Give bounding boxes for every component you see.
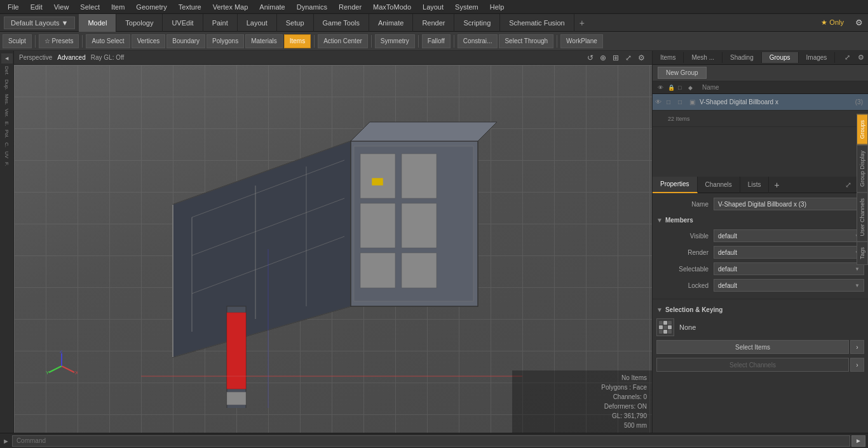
new-group-button[interactable]: New Group — [658, 67, 707, 79]
settings-button[interactable]: ⚙ — [850, 16, 868, 29]
cmd-go-button[interactable]: ► — [851, 435, 865, 447]
sculpt-button[interactable]: Sculpt — [3, 34, 32, 48]
tab-animate[interactable]: Animate — [369, 14, 413, 32]
polygons-button[interactable]: Polygons — [207, 34, 244, 48]
scene-tab-images[interactable]: Images — [799, 52, 836, 63]
menu-maxtomodo[interactable]: MaxToModo — [368, 2, 416, 12]
sidebar-item-uv[interactable]: UV — [4, 151, 10, 158]
tab-setup[interactable]: Setup — [277, 14, 314, 32]
viewport-ctrl-rotate[interactable]: ↺ — [585, 53, 595, 62]
render-icon[interactable]: □ — [678, 98, 688, 105]
viewport-canvas[interactable]: X Y Z No Items Polygons : Face Channels:… — [14, 65, 652, 433]
viewport-ctrl-pan[interactable]: ⊞ — [611, 53, 621, 62]
menu-dynamics[interactable]: Dynamics — [292, 2, 332, 12]
sidebar-item-edge[interactable]: E. — [4, 121, 10, 126]
command-input[interactable] — [12, 435, 850, 447]
action-center-button[interactable]: Action Center — [318, 34, 368, 48]
tab-paint[interactable]: Paint — [203, 14, 238, 32]
key-icon-block[interactable] — [656, 318, 674, 336]
viewport-perspective[interactable]: Perspective — [19, 54, 52, 61]
tab-uvedit[interactable]: UVEdit — [163, 14, 203, 32]
materials-button[interactable]: Materials — [245, 34, 283, 48]
sidebar-item-default[interactable]: Def. — [4, 66, 10, 76]
props-tab-properties[interactable]: Properties — [653, 177, 698, 193]
edge-tab-groups[interactable]: Groups — [857, 114, 868, 145]
menu-layout[interactable]: Layout — [417, 2, 449, 12]
sel-key-toggle[interactable]: ▼ — [656, 306, 663, 313]
menu-edit[interactable]: Edit — [25, 2, 48, 12]
tab-game-tools[interactable]: Game Tools — [314, 14, 370, 32]
viewport-ray-gl[interactable]: Ray GL: Off — [91, 54, 125, 61]
tab-settings-icon[interactable]: ⚙ — [854, 51, 868, 64]
menu-system[interactable]: System — [450, 2, 484, 12]
prop-selectable-select[interactable]: default — [714, 262, 864, 275]
sidebar-item-polygon[interactable]: Pol. — [4, 130, 10, 139]
menu-geometry[interactable]: Geometry — [131, 2, 172, 12]
select-items-button[interactable]: Select Items — [656, 340, 849, 354]
props-tab-channels[interactable]: Channels — [698, 177, 740, 193]
star-only[interactable]: ★ Only — [815, 17, 850, 29]
menu-item[interactable]: Item — [106, 2, 130, 12]
lock-icon[interactable]: □ — [667, 98, 677, 105]
menu-view[interactable]: View — [49, 2, 74, 12]
tab-expand-icon[interactable]: ⤢ — [841, 51, 854, 64]
tab-render[interactable]: Render — [413, 14, 454, 32]
menu-render[interactable]: Render — [334, 2, 367, 12]
cmd-arrow-left[interactable]: ► — [3, 437, 10, 445]
presets-button[interactable]: ☆ Presets — [39, 34, 79, 48]
layout-dropdown[interactable]: Default Layouts ▼ — [4, 17, 75, 29]
edge-tab-tags[interactable]: Tags — [857, 241, 868, 265]
tab-layout[interactable]: Layout — [238, 14, 277, 32]
tab-scripting[interactable]: Scripting — [454, 14, 500, 32]
sidebar-item-vertex[interactable]: Ver. — [4, 109, 10, 118]
menu-animate[interactable]: Animate — [254, 2, 290, 12]
select-channels-button[interactable]: Select Channels — [656, 358, 849, 372]
select-through-button[interactable]: Select Through — [499, 34, 553, 48]
edge-tab-group-display[interactable]: Group Display — [857, 145, 868, 193]
sidebar-item-final[interactable]: F. — [4, 162, 10, 166]
viewport-ctrl-settings[interactable]: ⚙ — [636, 53, 647, 62]
viewport-ctrl-expand[interactable]: ⤢ — [623, 53, 634, 62]
prop-locked-select[interactable]: default — [714, 279, 864, 292]
props-tab-lists[interactable]: Lists — [740, 177, 770, 193]
items-button[interactable]: Items — [284, 34, 311, 48]
sidebar-collapse[interactable]: ◀ — [1, 53, 13, 64]
symmetry-button[interactable]: Symmetry — [375, 34, 415, 48]
viewport[interactable]: Perspective Advanced Ray GL: Off ↺ ⊕ ⊞ ⤢… — [14, 51, 652, 433]
scene-tab-groups[interactable]: Groups — [762, 52, 799, 63]
prop-name-value[interactable]: V-Shaped Digital Billboard x (3) — [714, 198, 864, 210]
constrain-button[interactable]: Constrai... — [458, 34, 498, 48]
select-items-arrow[interactable]: › — [850, 340, 864, 354]
prop-render-select[interactable]: default — [714, 246, 864, 259]
vertices-button[interactable]: Vertices — [132, 34, 166, 48]
auto-select-button[interactable]: Auto Select — [86, 34, 130, 48]
falloff-button[interactable]: Falloff — [422, 34, 451, 48]
boundary-button[interactable]: Boundary — [166, 34, 205, 48]
eye-icon[interactable]: 👁 — [655, 98, 665, 105]
menu-texture[interactable]: Texture — [173, 2, 207, 12]
tab-add-button[interactable]: + — [574, 15, 590, 31]
scene-tab-mesh[interactable]: Mesh ... — [684, 52, 722, 63]
prop-visible-select[interactable]: default — [714, 229, 864, 242]
sidebar-item-curve[interactable]: C. — [4, 142, 10, 147]
scene-item-billboard[interactable]: 👁 □ □ ▣ V-Shaped Digital Billboard x (3) — [653, 94, 868, 111]
viewport-ctrl-zoom[interactable]: ⊕ — [598, 53, 608, 62]
props-expand-icon[interactable]: ⤢ — [843, 180, 853, 189]
props-tab-add[interactable]: + — [769, 178, 784, 192]
menu-file[interactable]: File — [3, 2, 24, 12]
select-channels-arrow[interactable]: › — [850, 358, 864, 372]
members-toggle[interactable]: ▼ — [656, 217, 663, 224]
workplane-button[interactable]: WorkPlane — [560, 34, 603, 48]
menu-select[interactable]: Select — [75, 2, 105, 12]
menu-vertex-map[interactable]: Vertex Map — [208, 2, 254, 12]
scene-tab-items[interactable]: Items — [653, 52, 684, 63]
sidebar-item-duplicate[interactable]: Dup. — [4, 79, 10, 90]
edge-tab-user-channels[interactable]: User Channels — [857, 193, 868, 242]
tab-schematic-fusion[interactable]: Schematic Fusion — [500, 14, 574, 32]
viewport-advanced[interactable]: Advanced — [57, 54, 85, 61]
tab-model[interactable]: Model — [79, 14, 116, 32]
sidebar-item-mesh[interactable]: Mes. — [4, 94, 10, 105]
menu-help[interactable]: Help — [485, 2, 510, 12]
tab-topology[interactable]: Topology — [116, 14, 163, 32]
scene-tab-shading[interactable]: Shading — [722, 52, 762, 63]
